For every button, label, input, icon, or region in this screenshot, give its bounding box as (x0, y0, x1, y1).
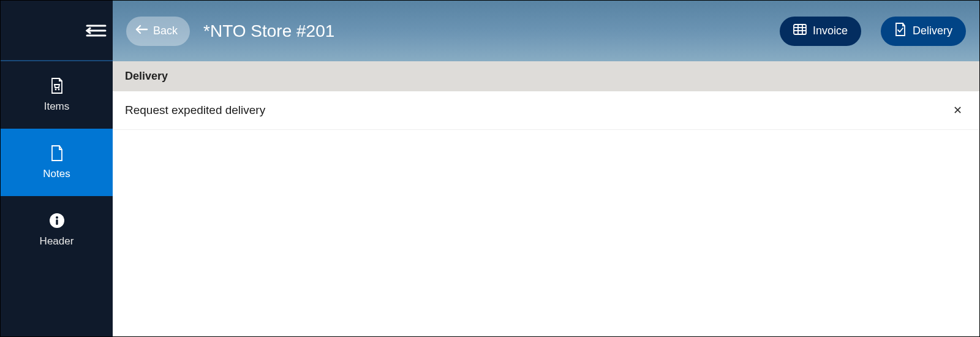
note-text: Request expedited delivery (125, 104, 265, 117)
delivery-button[interactable]: Delivery (881, 17, 966, 46)
close-icon: ✕ (953, 104, 962, 116)
invoice-button-label: Invoice (813, 25, 848, 37)
main-area: Back *NTO Store #201 Invoice (113, 1, 979, 336)
sidebar-top (1, 1, 113, 61)
back-button-label: Back (153, 25, 178, 37)
sidebar-item-label: Notes (43, 168, 70, 180)
note-row: Request expedited delivery ✕ (113, 91, 979, 130)
sidebar-item-items[interactable]: Items (1, 61, 113, 129)
note-delete-button[interactable]: ✕ (948, 101, 967, 119)
svg-rect-9 (794, 25, 806, 34)
svg-point-6 (56, 216, 58, 219)
page-title: *NTO Store #201 (203, 21, 334, 41)
sidebar: Items Notes Header (1, 1, 113, 336)
header-bar: Back *NTO Store #201 Invoice (113, 1, 979, 61)
svg-point-4 (58, 89, 59, 91)
invoice-icon (793, 24, 807, 38)
cart-document-icon (48, 77, 66, 94)
document-icon (48, 145, 66, 162)
svg-rect-7 (56, 219, 58, 225)
sidebar-item-header[interactable]: Header (1, 196, 113, 263)
menu-collapse-icon[interactable] (86, 24, 107, 37)
invoice-button[interactable]: Invoice (780, 17, 861, 46)
section-header: Delivery (113, 61, 979, 91)
sidebar-item-notes[interactable]: Notes (1, 129, 113, 196)
sidebar-item-label: Items (44, 100, 70, 113)
sidebar-item-label: Header (40, 235, 74, 248)
delivery-icon (894, 23, 907, 39)
back-button[interactable]: Back (126, 17, 190, 46)
svg-point-3 (55, 89, 56, 91)
delivery-button-label: Delivery (913, 25, 952, 37)
content-empty-area (113, 130, 979, 336)
arrow-left-icon (135, 24, 148, 38)
info-icon (48, 212, 66, 229)
